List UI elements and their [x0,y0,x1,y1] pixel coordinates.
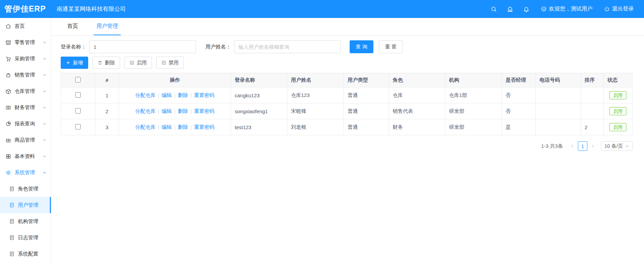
sidebar-item-system-config[interactable]: 系统配置 [0,246,51,262]
login-name-input[interactable] [89,40,196,53]
sidebar-item-sales[interactable]: 销售管理 [0,67,51,83]
disable-button[interactable]: 禁用 [156,57,184,69]
cell-phone [536,119,581,135]
status-badge[interactable]: 启用 [609,123,626,131]
link-separator: | [158,124,159,130]
add-button[interactable]: 新增 [61,57,88,69]
cell-manager: 否 [502,87,536,103]
cell-type: 普通 [344,87,389,103]
user-name-input[interactable] [234,40,341,53]
chevron-up-icon [42,170,47,175]
col-login: 登录名称 [231,73,287,87]
cell-sort [581,87,604,103]
delete-link[interactable]: 删除 [178,108,188,114]
company-name: 南通某某网络科技有限公司 [57,5,126,13]
plus-icon [66,60,71,65]
page-size-value: 10 条/页 [604,143,623,149]
assign-warehouse-link[interactable]: 分配仓库 [135,108,156,114]
sidebar-item-label: 报表查询 [15,121,35,127]
tab-user-management[interactable]: 用户管理 [94,18,121,35]
welcome-user[interactable]: 欢迎您，测试用户 [541,5,592,13]
sidebar-item-goods[interactable]: 商品管理 [0,132,51,148]
page-size-select[interactable]: 10 条/页 [601,141,632,151]
table-header-row: # 操作 登录名称 用户姓名 用户类型 角色 机构 是否经理 电话号码 排序 状… [61,73,632,87]
sidebar-item-log-management[interactable]: 日志管理 [0,229,51,246]
check-square-icon [130,60,134,65]
delete-button[interactable]: 删除 [93,57,120,69]
sidebar-item-label: 系统管理 [15,169,35,176]
user-name-label: 用户姓名： [206,44,231,50]
query-button[interactable]: 查 询 [350,40,373,53]
enable-button[interactable]: 启用 [124,57,152,69]
col-sort: 排序 [581,73,604,87]
prev-page-icon[interactable] [568,142,577,151]
row-checkbox[interactable] [75,124,81,129]
next-page-icon[interactable] [588,142,598,151]
sidebar-item-role-management[interactable]: 角色管理 [0,181,51,197]
sidebar-item-label: 机构管理 [18,218,38,225]
storefront-icon [5,40,11,45]
chevron-down-icon [42,122,47,126]
chevron-down-icon [42,105,47,110]
home-icon[interactable] [507,6,513,12]
status-badge[interactable]: 启用 [609,91,626,99]
sidebar-item-label: 仓库管理 [15,88,35,95]
reset-password-link[interactable]: 重置密码 [194,124,214,130]
sidebar-item-user-management[interactable]: 用户管理 [0,197,51,213]
bell-icon[interactable] [523,6,529,12]
top-header: 管伊佳ERP 南通某某网络科技有限公司 欢迎您，测试用户 退出登录 [0,0,644,18]
cell-index: 2 [95,103,119,119]
link-separator: | [174,108,176,114]
assign-warehouse-link[interactable]: 分配仓库 [135,92,156,98]
toolbar: 新增 删除 启用 禁用 [61,57,632,69]
document-icon [9,219,15,224]
col-role: 角色 [389,73,445,87]
document-icon [9,235,15,240]
row-checkbox[interactable] [75,92,81,98]
edit-link[interactable]: 编辑 [162,124,172,130]
assign-warehouse-link[interactable]: 分配仓库 [135,124,156,130]
sidebar-item-home[interactable]: 首页 [0,18,51,34]
edit-link[interactable]: 编辑 [162,108,172,114]
sidebar-item-system[interactable]: 系统管理 [0,164,51,181]
sidebar-item-label: 销售管理 [15,72,35,78]
status-badge[interactable]: 启用 [609,107,626,115]
col-org: 机构 [445,73,502,87]
cell-org: 研发部 [445,119,502,135]
chevron-down-icon [42,57,47,61]
logout-button[interactable]: 退出登录 [604,5,634,13]
sidebar-item-label: 采购管理 [15,56,35,62]
table-row: 3 分配仓库|编辑|删除|重置密码 test123 刘老根 普通 财务 研发部 … [61,119,632,135]
reset-password-link[interactable]: 重置密码 [194,108,214,114]
cell-manager: 否 [502,103,536,119]
cell-sort [581,103,604,119]
reset-button[interactable]: 重 置 [379,40,403,53]
cell-name: 仓库123 [287,87,344,103]
col-index: # [95,73,119,87]
sidebar-item-finance[interactable]: 财务管理 [0,99,51,116]
search-icon[interactable] [491,6,497,12]
cell-name: 宋晓锋 [287,103,344,119]
sidebar-item-reports[interactable]: 报表查询 [0,116,51,132]
sidebar-item-basic-data[interactable]: 基本资料 [0,148,51,164]
tab-home[interactable]: 首页 [64,18,81,35]
sidebar-item-warehouse[interactable]: 仓库管理 [0,83,51,99]
page-number-button[interactable]: 1 [578,141,587,151]
sidebar-item-retail[interactable]: 零售管理 [0,34,51,51]
delete-link[interactable]: 删除 [178,124,188,130]
link-separator: | [158,92,159,98]
delete-link[interactable]: 删除 [178,92,188,98]
cell-name: 刘老根 [287,119,344,135]
cell-phone [536,103,581,119]
chevron-down-icon [625,144,629,148]
chevron-down-icon [42,73,47,77]
cell-login: cangku123 [231,87,287,103]
money-icon [5,105,11,110]
row-checkbox[interactable] [75,108,81,114]
sidebar-item-label: 零售管理 [15,39,35,46]
reset-password-link[interactable]: 重置密码 [194,92,214,98]
sidebar-item-purchase[interactable]: 采购管理 [0,51,51,67]
select-all-checkbox[interactable] [75,77,81,82]
sidebar-item-org-management[interactable]: 机构管理 [0,213,51,229]
edit-link[interactable]: 编辑 [162,92,172,98]
